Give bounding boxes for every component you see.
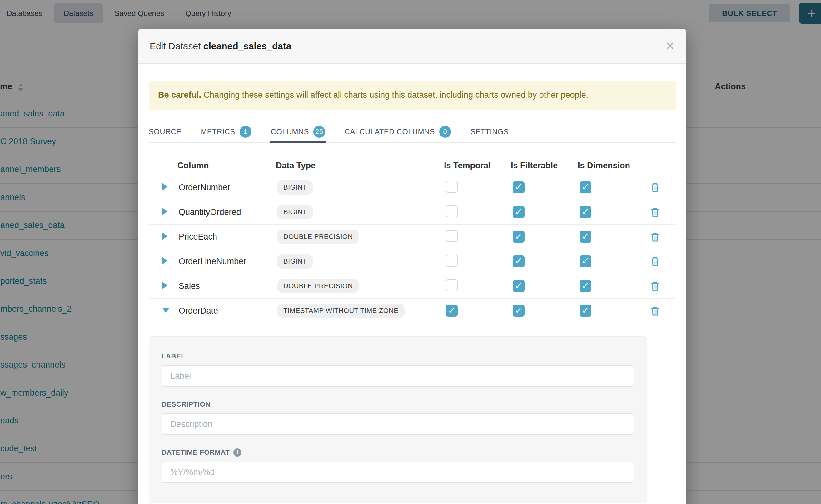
column-name: PriceEach <box>179 232 217 241</box>
data-type-pill: DOUBLE PRECISION <box>277 279 359 293</box>
expand-caret-icon[interactable] <box>162 232 167 240</box>
is-dimension-checkbox[interactable] <box>580 181 591 193</box>
close-icon[interactable]: ✕ <box>665 41 675 52</box>
is-dimension-checkbox[interactable] <box>580 206 591 218</box>
tab-label: COLUMNS <box>271 127 309 136</box>
expand-caret-icon[interactable] <box>162 257 167 264</box>
column-detail-panel: LABEL DESCRIPTION DATETIME FORMAT i <box>149 336 647 503</box>
is-temporal-checkbox[interactable] <box>446 305 458 317</box>
column-name: QuantityOrdered <box>179 207 241 217</box>
data-type-pill: DOUBLE PRECISION <box>277 230 359 244</box>
column-row: Sales DOUBLE PRECISION <box>149 274 676 299</box>
tab-label: CALCULATED COLUMNS <box>344 127 435 136</box>
delete-trash-icon[interactable] <box>650 232 660 242</box>
tab-metrics[interactable]: METRICS 1 <box>200 121 251 142</box>
info-icon[interactable]: i <box>233 448 241 457</box>
is-filterable-checkbox[interactable] <box>513 280 525 292</box>
column-header: Column <box>177 161 275 170</box>
is-filterable-checkbox[interactable] <box>513 305 525 317</box>
edit-dataset-modal: Edit Dataset cleaned_sales_data ✕ Be car… <box>138 29 686 504</box>
data-type-pill: BIGINT <box>277 205 313 219</box>
column-name: OrderLineNumber <box>179 257 246 266</box>
is-temporal-checkbox[interactable] <box>446 205 458 217</box>
tab-calculated-columns[interactable]: CALCULATED COLUMNS 0 <box>344 121 451 142</box>
tab-label: SETTINGS <box>471 127 509 136</box>
warning-banner-bold: Be careful. <box>158 90 201 100</box>
delete-trash-icon[interactable] <box>650 256 660 267</box>
columns-table-header: Column Data Type Is Temporal Is Filterab… <box>149 156 676 175</box>
is-temporal-checkbox[interactable] <box>446 255 458 267</box>
data-type-pill: BIGINT <box>277 254 313 269</box>
tab-count-badge: 25 <box>313 126 325 138</box>
description-field-label: DESCRIPTION <box>161 400 634 408</box>
modal-title-dataset-name: cleaned_sales_data <box>203 41 291 51</box>
is-temporal-checkbox[interactable] <box>446 279 458 291</box>
column-row: OrderNumber BIGINT <box>149 175 676 200</box>
is-filterable-checkbox[interactable] <box>513 206 525 218</box>
is-temporal-checkbox[interactable] <box>446 181 458 193</box>
tab-label: SOURCE <box>149 127 181 136</box>
column-name: OrderNumber <box>179 183 230 192</box>
tab-source[interactable]: SOURCE <box>149 121 181 142</box>
is-dimension-checkbox[interactable] <box>580 255 591 267</box>
is-dimension-header: Is Dimension <box>577 161 644 170</box>
tab-settings[interactable]: SETTINGS <box>471 121 509 142</box>
data-type-pill: BIGINT <box>277 180 313 195</box>
delete-trash-icon[interactable] <box>650 306 660 316</box>
tab-label: METRICS <box>200 127 235 136</box>
column-row: OrderDate TIMESTAMP WITHOUT TIME ZONE <box>149 299 676 323</box>
column-row: PriceEach DOUBLE PRECISION <box>149 225 676 249</box>
datasets-page: DatabasesDatasetsSaved QueriesQuery Hist… <box>0 0 821 504</box>
modal-title-prefix: Edit Dataset <box>150 41 200 51</box>
label-input[interactable] <box>161 365 634 387</box>
is-temporal-checkbox[interactable] <box>446 230 458 242</box>
datetime-format-field-label: DATETIME FORMAT i <box>161 448 634 457</box>
modal-tabs: SOURCE METRICS 1 COLUMNS 25 CALCULATED C… <box>149 121 676 143</box>
is-dimension-checkbox[interactable] <box>580 305 591 317</box>
column-row: QuantityOrdered BIGINT <box>149 200 676 225</box>
delete-trash-icon[interactable] <box>650 207 660 217</box>
tab-columns[interactable]: COLUMNS 25 <box>271 121 325 142</box>
is-dimension-checkbox[interactable] <box>580 231 591 243</box>
is-filterable-checkbox[interactable] <box>513 255 525 267</box>
is-filterable-header: Is Filterable <box>510 161 577 170</box>
label-field-label: LABEL <box>161 352 634 360</box>
column-row: OrderLineNumber BIGINT <box>149 249 676 274</box>
expand-caret-icon[interactable] <box>162 183 167 190</box>
is-filterable-checkbox[interactable] <box>513 181 525 193</box>
modal-header: Edit Dataset cleaned_sales_data ✕ <box>138 29 686 64</box>
expand-caret-icon[interactable] <box>162 308 170 313</box>
is-temporal-header: Is Temporal <box>443 161 510 170</box>
column-name: OrderDate <box>179 306 218 315</box>
delete-trash-icon[interactable] <box>650 182 660 193</box>
warning-banner: Be careful. Changing these settings will… <box>149 81 676 110</box>
expand-caret-icon[interactable] <box>162 282 167 289</box>
datetime-format-input[interactable] <box>161 462 634 483</box>
delete-trash-icon[interactable] <box>650 281 660 291</box>
is-filterable-checkbox[interactable] <box>513 231 525 243</box>
tab-count-badge: 0 <box>439 126 451 138</box>
expand-caret-icon[interactable] <box>162 208 167 215</box>
is-dimension-checkbox[interactable] <box>580 280 591 292</box>
columns-table: Column Data Type Is Temporal Is Filterab… <box>149 156 676 323</box>
description-input[interactable] <box>161 413 634 435</box>
data-type-pill: TIMESTAMP WITHOUT TIME ZONE <box>277 304 404 318</box>
data-type-header: Data Type <box>275 161 443 170</box>
warning-banner-text: Changing these settings will affect all … <box>204 90 589 100</box>
modal-body: Be careful. Changing these settings will… <box>138 81 686 503</box>
column-name: Sales <box>179 281 200 291</box>
tab-count-badge: 1 <box>240 126 251 138</box>
modal-title: Edit Dataset cleaned_sales_data <box>150 41 291 52</box>
